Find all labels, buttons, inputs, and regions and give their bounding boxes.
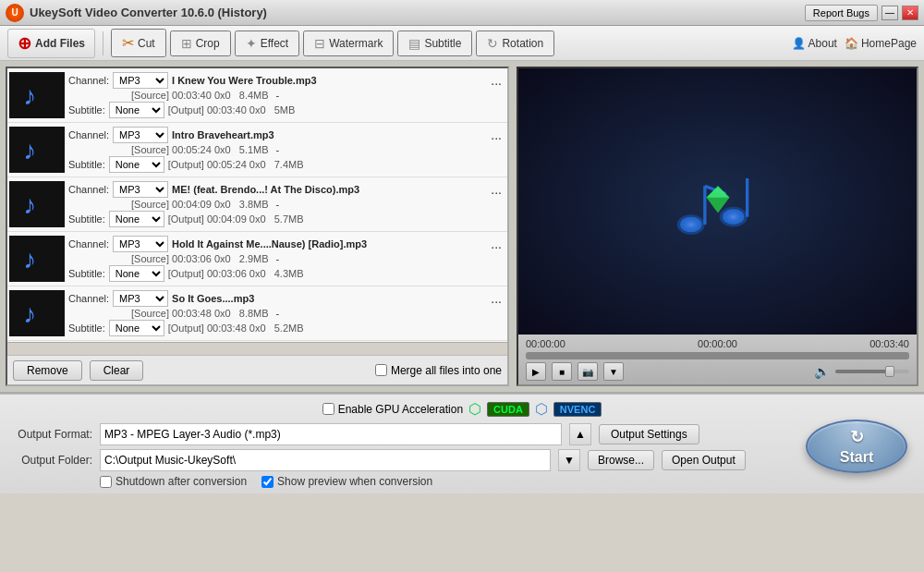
- folder-row: Output Folder: ▼ Browse... Open Output: [9, 449, 915, 471]
- homepage-button[interactable]: 🏠 HomePage: [845, 37, 917, 50]
- minimize-button[interactable]: —: [881, 6, 898, 20]
- rotation-button[interactable]: ↻ Rotation: [476, 30, 554, 56]
- play-button[interactable]: ▶: [526, 362, 546, 381]
- settings-container: Enable GPU Acceleration ⬡ CUDA ⬡ NVENC O…: [0, 394, 924, 493]
- file-menu-2[interactable]: ...: [487, 182, 505, 197]
- file-item-4[interactable]: ♪ Channel: MP3 So It Goes....mp3 ... [So…: [7, 286, 507, 341]
- cuda-badge: CUDA: [487, 402, 529, 417]
- gpu-checkbox-label[interactable]: Enable GPU Acceleration: [322, 403, 463, 416]
- shutdown-checkbox-label[interactable]: Shutdown after conversion: [100, 475, 247, 488]
- clear-button[interactable]: Clear: [90, 360, 144, 381]
- file-source-row-1: [Source] 00:05:24 0x0 5.1MB -: [68, 144, 505, 155]
- subtitle-select-0[interactable]: None: [109, 102, 164, 118]
- file-thumb-3: ♪: [9, 236, 65, 282]
- file-subtitle-row-3: Subtitle: None [Output] 00:03:06 0x0 4.3…: [68, 265, 505, 282]
- channel-select-4[interactable]: MP3: [113, 290, 168, 307]
- folder-arrow-button[interactable]: ▼: [558, 449, 580, 471]
- subtitle-select-4[interactable]: None: [109, 320, 164, 336]
- svg-point-13: [680, 217, 701, 233]
- channel-select-1[interactable]: MP3: [113, 127, 168, 143]
- file-item-0[interactable]: ♪ Channel: MP3 I Knew You Were Trouble.m…: [7, 68, 507, 123]
- add-icon: ⊕: [18, 33, 31, 54]
- open-output-button[interactable]: Open Output: [662, 450, 746, 470]
- shutdown-checkbox[interactable]: [100, 476, 112, 488]
- start-button[interactable]: ↻ Start: [806, 420, 907, 473]
- start-label: Start: [840, 449, 873, 466]
- browse-button[interactable]: Browse...: [588, 450, 654, 470]
- channel-select-3[interactable]: MP3: [113, 236, 168, 252]
- file-thumb-0: ♪: [9, 72, 65, 118]
- file-item-3[interactable]: ♪ Channel: MP3 Hold It Against Me....Nau…: [7, 232, 507, 286]
- effect-button[interactable]: ✦ Effect: [235, 30, 299, 56]
- stop-button[interactable]: ■: [552, 362, 572, 381]
- controls-row: ▶ ■ 📷 ▼ 🔊: [526, 362, 909, 381]
- file-item-1[interactable]: ♪ Channel: MP3 Intro Braveheart.mp3 ... …: [7, 123, 507, 177]
- cut-button[interactable]: ✂ Cut: [111, 29, 166, 57]
- subtitle-select-1[interactable]: None: [109, 156, 164, 173]
- report-bugs-button[interactable]: Report Bugs: [805, 5, 878, 21]
- file-menu-3[interactable]: ...: [487, 237, 505, 251]
- channel-select-0[interactable]: MP3: [113, 72, 168, 89]
- toolbar-divider: [103, 31, 103, 55]
- file-menu-0[interactable]: ...: [487, 73, 505, 88]
- crop-icon: ⊞: [181, 36, 192, 51]
- main-area: ♪ Channel: MP3 I Knew You Were Trouble.m…: [0, 61, 924, 394]
- subtitle-select-3[interactable]: None: [109, 265, 164, 282]
- svg-text:♪: ♪: [23, 299, 36, 328]
- volume-fill: [835, 370, 891, 373]
- file-info-1: Channel: MP3 Intro Braveheart.mp3 ... [S…: [68, 127, 505, 173]
- progress-bar[interactable]: [526, 352, 909, 359]
- horizontal-scrollbar[interactable]: [7, 342, 507, 355]
- merge-checkbox-label[interactable]: Merge all files into one: [375, 364, 502, 377]
- file-menu-4[interactable]: ...: [487, 291, 505, 306]
- gpu-checkbox[interactable]: [322, 403, 334, 415]
- file-subtitle-row-2: Subtitle: None [Output] 00:04:09 0x0 5.7…: [68, 211, 505, 227]
- file-name-1: Intro Braveheart.mp3: [172, 129, 483, 140]
- file-source-row-0: [Source] 00:03:40 0x0 8.4MB -: [68, 90, 505, 101]
- output-format-input[interactable]: [100, 423, 562, 445]
- channel-select-2[interactable]: MP3: [113, 181, 168, 198]
- file-output-4: [Output] 00:03:48 0x0 5.2MB: [168, 323, 304, 334]
- output-folder-input[interactable]: [100, 449, 551, 471]
- file-source-row-3: [Source] 00:03:06 0x0 2.9MB -: [68, 253, 505, 264]
- file-output-0: [Output] 00:03:40 0x0 5MB: [168, 104, 296, 116]
- file-list-scroll[interactable]: ♪ Channel: MP3 I Knew You Were Trouble.m…: [7, 68, 507, 342]
- add-files-button[interactable]: ⊕ Add Files: [7, 29, 95, 58]
- show-preview-checkbox-label[interactable]: Show preview when conversion: [261, 475, 432, 488]
- volume-icon: 🔊: [814, 364, 830, 379]
- watermark-button[interactable]: ⊟ Watermark: [303, 30, 394, 56]
- subtitle-button[interactable]: ▤ Subtitle: [397, 30, 472, 56]
- snapshot-dropdown[interactable]: ▼: [603, 362, 624, 381]
- cuda-icon: ⬡: [468, 400, 481, 418]
- remove-button[interactable]: Remove: [13, 360, 82, 381]
- file-subtitle-row-1: Subtitle: None [Output] 00:05:24 0x0 7.4…: [68, 156, 505, 173]
- title-right: Report Bugs — ✕: [805, 5, 918, 21]
- file-name-0: I Knew You Were Trouble.mp3: [172, 75, 483, 86]
- file-source-2: [Source] 00:04:09 0x0 3.8MB: [131, 199, 269, 210]
- close-button[interactable]: ✕: [902, 6, 918, 20]
- volume-slider[interactable]: [835, 370, 909, 373]
- file-output-1: [Output] 00:05:24 0x0 7.4MB: [168, 159, 304, 170]
- about-button[interactable]: 👤 About: [792, 37, 837, 50]
- output-settings-button[interactable]: Output Settings: [599, 424, 699, 444]
- file-item-2[interactable]: ♪ Channel: MP3 ME! (feat. Brendo...! At …: [7, 177, 507, 232]
- file-list-bottom: Remove Clear Merge all files into one: [7, 355, 507, 384]
- file-menu-1[interactable]: ...: [487, 128, 505, 142]
- snapshot-button[interactable]: 📷: [578, 362, 598, 381]
- time-end: 00:03:40: [869, 338, 909, 349]
- show-preview-checkbox[interactable]: [261, 476, 274, 488]
- file-thumb-1: ♪: [9, 127, 65, 173]
- volume-thumb: [885, 366, 894, 377]
- start-icon: ↻: [850, 427, 864, 447]
- merge-checkbox[interactable]: [375, 364, 387, 376]
- crop-button[interactable]: ⊞ Crop: [170, 30, 231, 56]
- add-files-label: Add Files: [35, 37, 85, 50]
- subtitle-label: Subtitle: [424, 37, 461, 50]
- svg-text:♪: ♪: [23, 81, 36, 110]
- crop-label: Crop: [196, 37, 220, 50]
- subtitle-select-2[interactable]: None: [109, 211, 164, 227]
- home-icon: 🏠: [845, 37, 858, 50]
- music-art: [653, 155, 783, 248]
- format-arrow-button[interactable]: ▲: [569, 423, 591, 445]
- file-source-3: [Source] 00:03:06 0x0 2.9MB: [131, 253, 269, 264]
